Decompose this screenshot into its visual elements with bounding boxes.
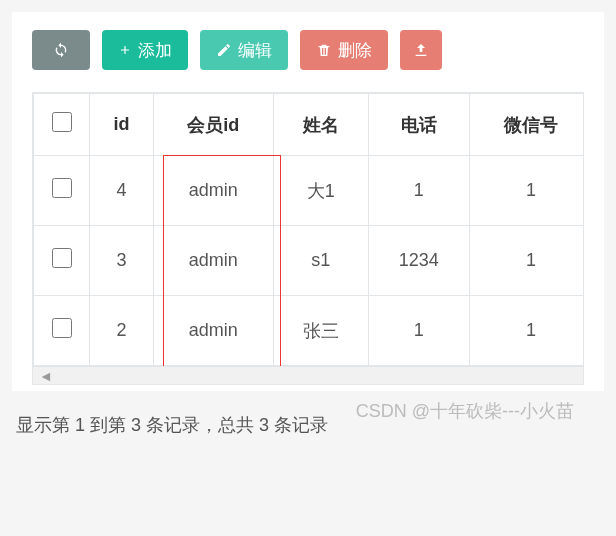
select-all-checkbox[interactable] bbox=[52, 112, 72, 132]
header-wechat[interactable]: 微信号 bbox=[469, 94, 584, 156]
cell-phone: 1234 bbox=[368, 226, 469, 296]
row-checkbox[interactable] bbox=[52, 248, 72, 268]
edit-button[interactable]: 编辑 bbox=[200, 30, 288, 70]
edit-label: 编辑 bbox=[238, 39, 272, 62]
delete-label: 删除 bbox=[338, 39, 372, 62]
delete-button[interactable]: 删除 bbox=[300, 30, 388, 70]
header-phone[interactable]: 电话 bbox=[368, 94, 469, 156]
header-id[interactable]: id bbox=[90, 94, 154, 156]
table-row: 4 admin 大1 1 1 bbox=[34, 156, 585, 226]
toolbar: 添加 编辑 删除 bbox=[32, 30, 584, 70]
refresh-icon bbox=[53, 42, 69, 58]
cell-id: 3 bbox=[90, 226, 154, 296]
header-checkbox-cell bbox=[34, 94, 90, 156]
header-name[interactable]: 姓名 bbox=[273, 94, 368, 156]
cell-wechat: 1 bbox=[469, 296, 584, 366]
pagination-summary: 显示第 1 到第 3 条记录，总共 3 条记录 bbox=[12, 391, 604, 441]
header-member-id[interactable]: 会员id bbox=[153, 94, 273, 156]
row-checkbox[interactable] bbox=[52, 178, 72, 198]
add-label: 添加 bbox=[138, 39, 172, 62]
row-checkbox[interactable] bbox=[52, 318, 72, 338]
cell-phone: 1 bbox=[368, 296, 469, 366]
trash-icon bbox=[316, 42, 332, 58]
scroll-left-icon: ◄ bbox=[39, 368, 53, 384]
cell-name: 张三 bbox=[273, 296, 368, 366]
cell-wechat: 1 bbox=[469, 226, 584, 296]
upload-icon bbox=[413, 42, 429, 58]
cell-member-id: admin bbox=[153, 296, 273, 366]
table-container: id 会员id 姓名 电话 微信号 4 admin 大1 1 1 bbox=[32, 92, 584, 367]
cell-wechat: 1 bbox=[469, 156, 584, 226]
add-button[interactable]: 添加 bbox=[102, 30, 188, 70]
plus-icon bbox=[118, 43, 132, 57]
horizontal-scrollbar[interactable]: ◄ bbox=[32, 367, 584, 385]
cell-name: s1 bbox=[273, 226, 368, 296]
pencil-icon bbox=[216, 42, 232, 58]
table-row: 2 admin 张三 1 1 bbox=[34, 296, 585, 366]
cell-id: 4 bbox=[90, 156, 154, 226]
table-row: 3 admin s1 1234 1 bbox=[34, 226, 585, 296]
table-header-row: id 会员id 姓名 电话 微信号 bbox=[34, 94, 585, 156]
refresh-button[interactable] bbox=[32, 30, 90, 70]
data-table: id 会员id 姓名 电话 微信号 4 admin 大1 1 1 bbox=[33, 93, 584, 366]
cell-phone: 1 bbox=[368, 156, 469, 226]
upload-button[interactable] bbox=[400, 30, 442, 70]
cell-id: 2 bbox=[90, 296, 154, 366]
panel: 添加 编辑 删除 id 会员id 姓名 电话 bbox=[12, 12, 604, 391]
cell-member-id: admin bbox=[153, 226, 273, 296]
cell-member-id: admin bbox=[153, 156, 273, 226]
cell-name: 大1 bbox=[273, 156, 368, 226]
